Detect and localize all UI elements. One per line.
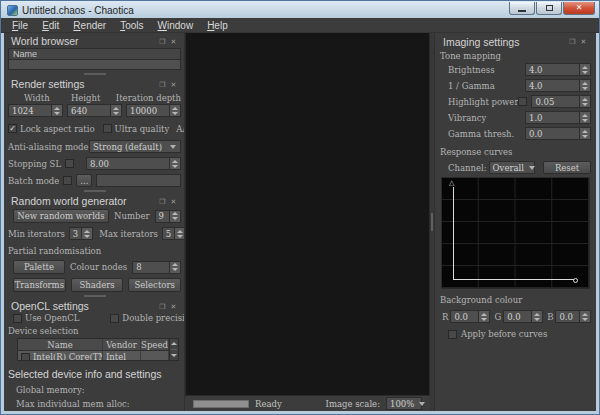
dock-close-icon[interactable]: ✕ — [169, 37, 178, 46]
dock-close-icon[interactable]: ✕ — [579, 37, 588, 46]
stopping-sl-value: 8.00 — [87, 158, 169, 169]
lock-aspect-checkbox[interactable] — [8, 124, 17, 133]
random-world-generator-title: Random world generator — [11, 195, 127, 207]
selectors-button[interactable]: Selectors — [128, 278, 181, 292]
stopping-sl-spinner[interactable]: 8.00 — [86, 157, 181, 170]
shaders-button[interactable]: Shaders — [71, 278, 124, 292]
image-scale-dropdown[interactable]: 100% — [386, 397, 422, 410]
curve-endpoint-handle[interactable] — [573, 278, 578, 283]
iteration-depth-value: 10000 — [127, 105, 169, 116]
spinner-arrows-icon[interactable] — [531, 311, 542, 322]
green-spinner[interactable]: 0.0 — [503, 310, 543, 323]
spinner-arrows-icon[interactable] — [169, 211, 180, 222]
spinner-arrows-icon[interactable] — [169, 262, 180, 273]
number-spinner[interactable]: 9 — [155, 210, 181, 223]
ultra-quality-checkbox[interactable] — [103, 124, 112, 133]
device-checkbox[interactable] — [21, 353, 30, 361]
transforms-button[interactable]: Transforms — [13, 278, 66, 292]
device-table-header-vendor[interactable]: Vendor — [103, 339, 141, 350]
gamma-thresh-spinner[interactable]: 0.0 — [525, 127, 591, 140]
spinner-arrows-icon[interactable] — [110, 105, 121, 116]
menu-help[interactable]: Help — [200, 19, 235, 32]
colour-nodes-spinner[interactable]: 8 — [132, 261, 181, 274]
menu-edit[interactable]: Edit — [35, 19, 66, 32]
iteration-depth-label: Iteration depth — [110, 93, 181, 103]
use-opencl-checkbox[interactable] — [13, 314, 22, 323]
batch-mode-checkbox[interactable] — [63, 176, 72, 185]
menu-window[interactable]: Window — [151, 19, 201, 32]
spinner-arrows-icon[interactable] — [478, 311, 489, 322]
spinner-arrows-icon[interactable] — [174, 228, 185, 239]
dock-close-icon[interactable]: ✕ — [169, 302, 178, 311]
spinner-arrows-icon[interactable] — [579, 128, 590, 139]
dock-float-icon[interactable]: ❐ — [158, 197, 167, 206]
red-spinner[interactable]: 0.0 — [450, 310, 490, 323]
render-viewport[interactable] — [185, 33, 430, 396]
batch-mode-label: Batch mode — [8, 176, 59, 186]
maximize-button[interactable] — [536, 2, 562, 15]
dock-float-icon[interactable]: ❐ — [158, 80, 167, 89]
device-table-scrollbar[interactable] — [169, 339, 178, 360]
inv-gamma-label: 1 / Gamma — [448, 81, 495, 91]
device-table-header-speed[interactable]: Speed — [141, 339, 169, 350]
reset-curves-button[interactable]: Reset — [543, 161, 591, 174]
dock-float-icon[interactable]: ❐ — [568, 37, 577, 46]
minimize-button[interactable] — [509, 2, 535, 15]
dock-close-icon[interactable]: ✕ — [169, 197, 178, 206]
menu-tools[interactable]: Tools — [113, 19, 150, 32]
dock-splitter[interactable] — [8, 187, 181, 194]
spinner-arrows-icon[interactable] — [169, 105, 180, 116]
height-spinner[interactable]: 640 — [67, 104, 122, 117]
blue-spinner[interactable]: 0.0 — [555, 310, 591, 323]
highlight-power-checkbox[interactable] — [518, 97, 527, 106]
minimize-icon — [518, 10, 526, 12]
stopping-sl-checkbox[interactable] — [65, 159, 74, 168]
device-table-header-name[interactable]: Name — [18, 339, 103, 350]
spinner-arrows-icon[interactable] — [81, 228, 92, 239]
world-browser-name-column-header[interactable]: Name — [8, 48, 181, 60]
palette-button[interactable]: Palette — [13, 260, 65, 274]
iteration-depth-spinner[interactable]: 10000 — [126, 104, 181, 117]
spinner-arrows-icon[interactable] — [169, 158, 180, 169]
spinner-arrows-icon[interactable] — [579, 64, 590, 75]
app-icon — [7, 5, 18, 16]
dock-float-icon[interactable]: ❐ — [158, 37, 167, 46]
channel-dropdown[interactable]: Overall — [489, 161, 535, 174]
scroll-up-icon[interactable] — [170, 339, 178, 348]
spinner-arrows-icon[interactable] — [579, 80, 590, 91]
dock-close-icon[interactable]: ✕ — [169, 80, 178, 89]
inv-gamma-spinner[interactable]: 4.0 — [525, 79, 591, 92]
spinner-arrows-icon[interactable] — [51, 105, 62, 116]
spinner-arrows-icon[interactable] — [579, 96, 590, 107]
batch-browse-button[interactable]: ... — [76, 174, 92, 187]
spinner-arrows-icon[interactable] — [579, 311, 590, 322]
scroll-down-icon[interactable] — [170, 351, 178, 360]
brightness-spinner[interactable]: 4.0 — [525, 63, 591, 76]
aa-mode-dropdown[interactable]: Strong (default) — [89, 140, 181, 153]
min-iterators-spinner[interactable]: 3 — [69, 227, 93, 240]
new-random-worlds-button[interactable]: New random worlds — [13, 209, 109, 223]
device-table-row[interactable]: Intel(R) Core(TM)... Intel — [18, 351, 169, 361]
title-bar[interactable]: Untitled.chaos - Chaotica ✕ — [1, 1, 599, 18]
global-memory-label: Global memory: — [16, 385, 181, 395]
apply-before-curves-checkbox[interactable] — [448, 330, 457, 339]
highlight-power-spinner[interactable]: 0.05 — [531, 95, 591, 108]
menu-render[interactable]: Render — [66, 19, 113, 32]
response-curve-canvas[interactable]: △ — [441, 177, 590, 289]
dock-splitter[interactable] — [8, 292, 181, 299]
scrollbar-thumb[interactable] — [171, 349, 177, 350]
batch-path-value — [97, 175, 180, 186]
status-bar: Ready Image scale: 100% — [185, 396, 430, 411]
world-browser-list[interactable] — [8, 60, 181, 70]
dock-splitter[interactable] — [8, 70, 181, 77]
double-precision-checkbox[interactable] — [110, 314, 119, 323]
max-iterators-spinner[interactable]: 5 — [162, 227, 185, 240]
close-button[interactable]: ✕ — [563, 2, 595, 15]
vibrancy-spinner[interactable]: 1.0 — [525, 111, 591, 124]
batch-path-field[interactable] — [96, 174, 181, 187]
menu-file[interactable]: File — [5, 19, 35, 32]
dock-float-icon[interactable]: ❐ — [158, 302, 167, 311]
width-spinner[interactable]: 1024 — [8, 104, 63, 117]
device-table[interactable]: Name Vendor Speed Intel(R) Core(TM)... I… — [17, 338, 179, 361]
spinner-arrows-icon[interactable] — [579, 112, 590, 123]
